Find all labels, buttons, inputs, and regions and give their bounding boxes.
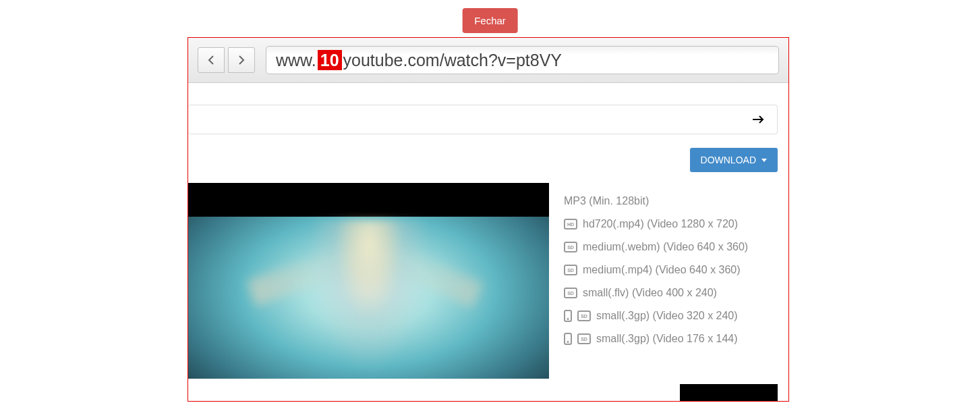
download-button[interactable]: DOWNLOAD [690,148,778,172]
format-option[interactable]: small(.3gp) (Video 320 x 240) [564,304,788,327]
quality-badge-icon [564,219,577,230]
nav-forward-button[interactable] [228,47,255,73]
format-option[interactable]: medium(.webm) (Video 640 x 360) [564,236,788,259]
caret-down-icon [761,159,767,162]
format-option[interactable]: medium(.mp4) (Video 640 x 360) [564,259,788,281]
quality-badge-icon [577,333,591,344]
nav-back-button[interactable] [198,47,225,73]
content-area: DOWNLOAD MP3 (Min. 128bit) hd720(.mp4) (… [188,105,788,379]
format-option-label: small(.flv) (Video 400 x 240) [583,287,717,299]
black-overlay [680,384,778,402]
format-option-label: hd720(.mp4) (Video 1280 x 720) [583,218,738,230]
url-suffix: youtube.com/watch?v=pt8VY [343,51,563,70]
phone-icon [564,333,572,345]
search-bar[interactable] [188,105,778,134]
format-header-label: MP3 (Min. 128bit) [564,195,649,207]
modal-frame: www. 10 youtube.com/watch?v=pt8VY DOWNLO… [188,37,789,402]
close-button[interactable]: Fechar [462,8,518,33]
media-row: MP3 (Min. 128bit) hd720(.mp4) (Video 128… [188,183,788,379]
format-option-label: medium(.webm) (Video 640 x 360) [583,241,748,253]
format-option[interactable]: small(.flv) (Video 400 x 240) [564,281,788,304]
format-header: MP3 (Min. 128bit) [564,190,788,213]
arrow-left-icon [208,55,214,65]
quality-badge-icon [564,265,577,275]
url-badge: 10 [318,50,342,70]
format-option-label: small(.3gp) (Video 176 x 144) [596,333,738,345]
format-option[interactable]: small(.3gp) (Video 176 x 144) [564,327,788,350]
arrow-right-icon [238,55,245,65]
quality-badge-icon [577,310,591,321]
submit-arrow-icon[interactable] [753,113,765,127]
format-option[interactable]: hd720(.mp4) (Video 1280 x 720) [564,213,788,236]
phone-icon [564,310,572,322]
format-dropdown: MP3 (Min. 128bit) hd720(.mp4) (Video 128… [549,183,788,379]
download-row: DOWNLOAD [188,134,788,179]
format-option-label: small(.3gp) (Video 320 x 240) [596,310,738,322]
quality-badge-icon [564,242,577,252]
video-thumbnail [188,183,549,379]
url-bar[interactable]: www. 10 youtube.com/watch?v=pt8VY [266,46,779,74]
browser-toolbar: www. 10 youtube.com/watch?v=pt8VY [188,38,788,83]
format-option-label: medium(.mp4) (Video 640 x 360) [583,264,741,276]
quality-badge-icon [564,288,577,298]
download-button-label: DOWNLOAD [701,155,756,165]
url-prefix: www. [276,51,316,70]
